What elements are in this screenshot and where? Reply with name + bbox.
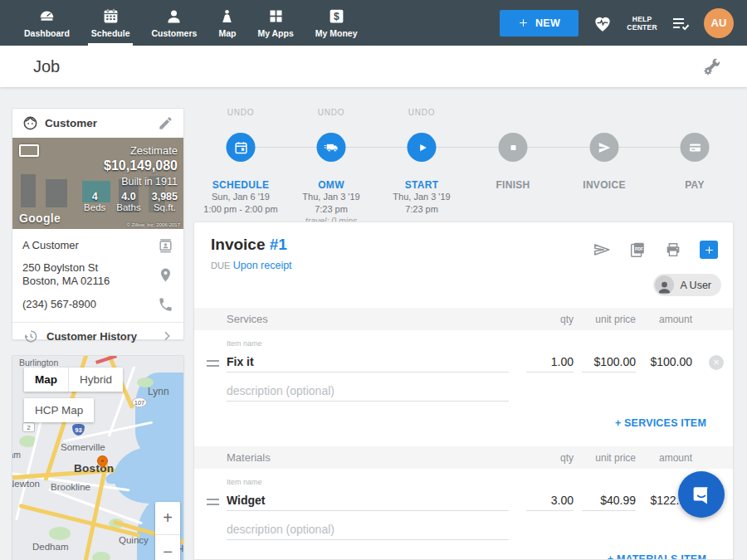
location-pin-icon[interactable] (158, 267, 173, 283)
edit-pencil-icon[interactable] (158, 115, 173, 131)
hcp-map-button[interactable]: HCP Map (24, 398, 94, 422)
delete-item-button[interactable]: × (709, 355, 724, 370)
job-status-timeline: UNDO SCHEDULE Sun, Jan 6 '19 1:00 pm - 2… (193, 108, 734, 220)
job-settings-wrench-icon[interactable] (702, 56, 722, 76)
new-button[interactable]: NEW (500, 10, 579, 37)
pdf-icon[interactable]: PDF (628, 241, 647, 259)
svg-text:$: $ (334, 11, 339, 22)
user-avatar[interactable]: AU (704, 8, 734, 38)
nav-item-my-money[interactable]: $ My Money (305, 0, 369, 46)
hybrid-button[interactable]: Hybrid (69, 368, 123, 392)
customer-phone: (234) 567-8900 (22, 298, 158, 311)
baths-value: 4.0 (116, 191, 140, 202)
drag-handle[interactable] (207, 360, 219, 370)
top-nav: Dashboard Schedule Customers Map My Apps… (0, 0, 747, 46)
route-2-shield: 2 (22, 422, 35, 432)
item-unit-price-input[interactable] (582, 351, 636, 373)
map-widget: Burlington Lynn Somerville Boston Waltha… (12, 355, 184, 560)
qty-column-header: qty (524, 314, 574, 325)
customer-address-row: 250 Boylston StBoston, MA 02116 (12, 259, 183, 290)
timeline-step-invoice: INVOICE (554, 108, 654, 191)
amount-column-header: amount (634, 452, 692, 464)
item-unit-price-input[interactable] (582, 489, 636, 511)
nav-label: Dashboard (24, 28, 70, 38)
item-name-input[interactable] (227, 351, 509, 373)
map-label-burlington: Burlington (19, 358, 58, 368)
item-qty-input[interactable] (526, 489, 574, 511)
photo-detail (21, 174, 36, 207)
chevron-right-icon (160, 329, 173, 343)
customer-history-label: Customer History (46, 330, 152, 343)
assigned-user-name: A User (680, 280, 711, 291)
schedule-step-button[interactable] (227, 133, 256, 162)
due-label: DUE (211, 261, 230, 270)
nav-label: My Money (315, 28, 358, 38)
nav-label: Customers (152, 28, 198, 38)
add-invoice-item-button[interactable] (700, 241, 718, 259)
zoom-in-button[interactable]: + (155, 502, 180, 535)
step-label: PAY (645, 179, 745, 191)
customer-name-row: A Customer (12, 232, 183, 259)
help-center-button[interactable]: HELP CENTER (627, 15, 657, 32)
map-label-dedham: Dedham (32, 542, 68, 552)
contact-card-icon[interactable] (158, 238, 173, 254)
nav-item-dashboard[interactable]: Dashboard (13, 0, 81, 46)
finish-step-button[interactable] (499, 133, 528, 162)
section-name: Materials (227, 451, 271, 464)
zestimate-label: Zestimate (84, 144, 178, 157)
beds-value: 4 (84, 191, 105, 202)
print-icon[interactable] (664, 241, 682, 259)
nav-item-map[interactable]: Map (208, 0, 247, 46)
help-line1: HELP (627, 15, 657, 23)
undo-button[interactable]: UNDO (191, 108, 290, 119)
money-icon: $ (328, 7, 345, 25)
assigned-user-chip[interactable]: A User (653, 274, 721, 296)
add-materials-item-link[interactable]: + MATERIALS ITEM (457, 553, 706, 560)
invoice-title: Invoice #1 (211, 236, 287, 254)
built-year: Built in 1911 (84, 176, 178, 187)
checklist-icon[interactable] (671, 13, 691, 33)
photo-detail (46, 179, 67, 207)
nav-item-customers[interactable]: Customers (141, 0, 208, 46)
start-step-button[interactable] (408, 133, 437, 162)
due-value-link[interactable]: Upon receipt (233, 260, 292, 271)
pay-step-button[interactable] (681, 133, 710, 162)
invoice-step-button[interactable] (590, 133, 619, 162)
nav-actions: NEW HELP CENTER AU (500, 0, 747, 46)
step-label: FINISH (463, 179, 563, 191)
send-invoice-icon[interactable] (593, 241, 611, 259)
invoice-number[interactable]: #1 (270, 236, 287, 253)
timeline-step-finish: FINISH (463, 108, 563, 191)
invoice-actions: PDF (593, 241, 718, 259)
nav-item-my-apps[interactable]: My Apps (247, 0, 304, 46)
undo-button[interactable]: UNDO (281, 108, 381, 119)
drag-handle[interactable] (207, 499, 219, 509)
step-date: Thu, Jan 3 '19 (372, 191, 471, 203)
customer-history-button[interactable]: Customer History (12, 322, 183, 349)
phone-icon[interactable] (158, 297, 173, 313)
item-qty-input[interactable] (526, 351, 574, 373)
route-107-shield: 107 (132, 397, 147, 407)
user-silhouette-avatar (655, 275, 674, 295)
nav-item-schedule[interactable]: Schedule (81, 0, 141, 46)
item-description-input[interactable] (227, 380, 509, 402)
sqft-value: 3,985 (152, 191, 178, 202)
item-description-input[interactable] (227, 519, 509, 540)
item-name-input[interactable] (227, 489, 509, 511)
map-park (49, 527, 71, 540)
chat-bubble-button[interactable] (678, 471, 725, 518)
undo-button[interactable]: UNDO (372, 108, 471, 119)
health-heart-icon[interactable] (592, 12, 613, 34)
property-photo: Zestimate $10,149,080 Built in 1911 4Bed… (12, 138, 183, 229)
dashboard-icon (38, 7, 56, 25)
invoice-card: Invoice #1 DUE Upon receipt PDF A User S… (193, 222, 734, 560)
page-title: Job (33, 57, 60, 76)
credit-card-icon (687, 140, 702, 155)
step-label: SCHEDULE (191, 179, 290, 191)
omw-step-button[interactable] (317, 133, 346, 162)
sqft-label: Sq.ft. (152, 202, 178, 212)
calendar-icon (233, 140, 248, 155)
map-button[interactable]: Map (24, 368, 69, 392)
zoom-out-button[interactable]: − (155, 535, 180, 560)
add-services-item-link[interactable]: + SERVICES ITEM (457, 417, 706, 429)
